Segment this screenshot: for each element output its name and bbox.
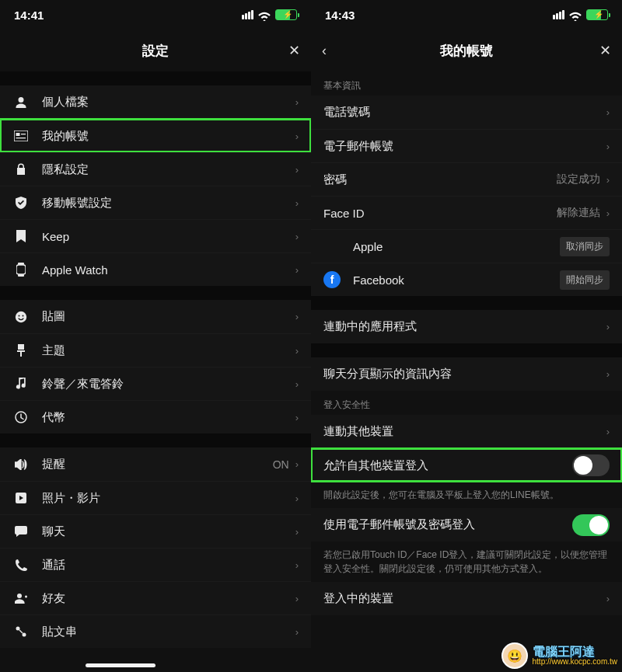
battery-icon: ⚡ [586, 9, 608, 20]
svg-rect-5 [16, 265, 26, 274]
row-label: 貼文串 [42, 625, 295, 639]
row-email-login[interactable]: 使用電子郵件帳號及密碼登入 [311, 508, 622, 541]
row-account-transfer[interactable]: 移動帳號設定 › [0, 186, 311, 219]
sync-button[interactable]: 取消同步 [560, 237, 610, 256]
svg-rect-3 [16, 138, 26, 138]
row-label: 貼圖 [42, 309, 295, 324]
row-label: 鈴聲／來電答鈴 [42, 377, 295, 392]
wifi-icon [569, 10, 582, 19]
chevron-right-icon: › [606, 593, 610, 604]
row-privacy[interactable]: 隱私設定 › [0, 152, 311, 186]
row-stickers[interactable]: 貼圖 › [0, 300, 311, 333]
row-coins[interactable]: 代幣 › [0, 400, 311, 433]
chevron-right-icon: › [606, 207, 610, 219]
signal-icon [242, 10, 253, 19]
chevron-right-icon: › [295, 378, 299, 390]
lock-icon [12, 163, 30, 176]
svg-rect-2 [21, 134, 26, 134]
nav-title: 我的帳號 [440, 42, 493, 60]
chevron-right-icon: › [295, 96, 299, 108]
chevron-right-icon: › [295, 412, 299, 423]
section-basic-title: 基本資訊 [311, 71, 622, 96]
close-icon[interactable]: ✕ [288, 42, 300, 59]
row-password[interactable]: 密碼 設定成功 › [311, 162, 622, 196]
svg-point-8 [19, 315, 20, 316]
close-icon[interactable]: ✕ [599, 42, 611, 59]
settings-group-2: 貼圖 › 主題 › 鈴聲／來電答鈴 › 代幣 › [0, 300, 311, 433]
row-chat-info[interactable]: 聊天分頁顯示的資訊內容 › [311, 357, 622, 391]
status-time: 14:41 [14, 9, 44, 22]
music-icon [12, 378, 30, 390]
row-chat[interactable]: 聊天 › [0, 514, 311, 548]
idcard-icon [12, 131, 30, 141]
row-label: 我的帳號 [42, 129, 295, 144]
row-link-other-devices[interactable]: 連動其他裝置 › [311, 415, 622, 448]
svg-point-7 [16, 311, 26, 322]
row-apple-link[interactable]: Apple 取消同步 [311, 229, 622, 263]
svg-rect-1 [16, 133, 20, 136]
row-phone-number[interactable]: 電話號碼 › [311, 96, 622, 129]
chevron-right-icon: › [295, 593, 299, 604]
person-icon [12, 96, 30, 109]
row-theme[interactable]: 主題 › [0, 333, 311, 367]
row-keep[interactable]: Keep › [0, 219, 311, 252]
settings-group-1: 個人檔案 › 我的帳號 › 隱私設定 › 移動帳號設定 › Keep › [0, 85, 311, 286]
row-ringtone[interactable]: 鈴聲／來電答鈴 › [0, 367, 311, 400]
row-face-id[interactable]: Face ID 解除連結 › [311, 196, 622, 229]
row-allow-other-devices[interactable]: 允許自其他裝置登入 [311, 448, 622, 482]
row-linked-apps[interactable]: 連動中的應用程式 › [311, 310, 622, 343]
back-icon[interactable]: ‹ [322, 43, 327, 59]
timeline-icon [12, 626, 30, 637]
row-label: 移動帳號設定 [42, 196, 295, 211]
chevron-right-icon: › [295, 493, 299, 504]
facebook-icon: f [323, 271, 341, 288]
row-friends[interactable]: 好友 › [0, 581, 311, 615]
svg-point-9 [23, 315, 24, 316]
settings-group-3: 提醒 ON › 照片・影片 › 聊天 › 通話 › 好友 [0, 447, 311, 648]
row-label: 通話 [42, 558, 295, 573]
chevron-right-icon: › [295, 559, 299, 571]
clock-icon [12, 411, 30, 423]
row-apple-watch[interactable]: Apple Watch › [0, 252, 311, 286]
row-photos-videos[interactable]: 照片・影片 › [0, 481, 311, 514]
row-email[interactable]: 電子郵件帳號 › [311, 129, 622, 162]
row-value: 設定成功 [557, 172, 600, 186]
shield-icon [12, 197, 30, 209]
chevron-right-icon: › [606, 321, 610, 333]
row-label: Apple Watch [42, 263, 295, 277]
row-notifications[interactable]: 提醒 ON › [0, 447, 311, 481]
battery-icon: ⚡ [275, 9, 297, 20]
nav-bar: ‹ 我的帳號 ✕ [311, 30, 622, 71]
row-timeline[interactable]: 貼文串 › [0, 615, 311, 648]
chevron-right-icon: › [295, 197, 299, 209]
status-time: 14:43 [325, 9, 355, 22]
row-logged-in-devices[interactable]: 登入中的裝置 › [311, 582, 622, 615]
chevron-right-icon: › [606, 106, 610, 118]
toggle-allow-other-devices[interactable] [572, 454, 610, 476]
brush-icon [12, 344, 30, 357]
play-icon [12, 493, 30, 503]
row-label: 登入中的裝置 [323, 591, 606, 606]
section-security-title: 登入安全性 [311, 391, 622, 415]
row-label: 隱私設定 [42, 162, 295, 177]
nav-bar: 設定 ✕ [0, 30, 311, 71]
nav-title: 設定 [142, 42, 169, 60]
row-facebook-link[interactable]: f Facebook 開始同步 [311, 263, 622, 296]
row-profile[interactable]: 個人檔案 › [0, 85, 311, 119]
row-label: 密碼 [323, 172, 557, 187]
chevron-right-icon: › [295, 231, 299, 242]
chevron-right-icon: › [606, 368, 610, 380]
svg-rect-6 [18, 274, 24, 277]
home-indicator [86, 663, 156, 667]
chevron-right-icon: › [295, 626, 299, 638]
toggle-email-login[interactable] [572, 514, 610, 536]
chevron-right-icon: › [295, 164, 299, 176]
row-my-account[interactable]: 我的帳號 › [0, 119, 311, 152]
chevron-right-icon: › [606, 174, 610, 186]
sync-button[interactable]: 開始同步 [560, 270, 610, 290]
svg-point-14 [23, 633, 26, 637]
chevron-right-icon: › [295, 526, 299, 538]
row-label: 代幣 [42, 410, 295, 425]
chevron-right-icon: › [606, 426, 610, 437]
row-calls[interactable]: 通話 › [0, 548, 311, 581]
